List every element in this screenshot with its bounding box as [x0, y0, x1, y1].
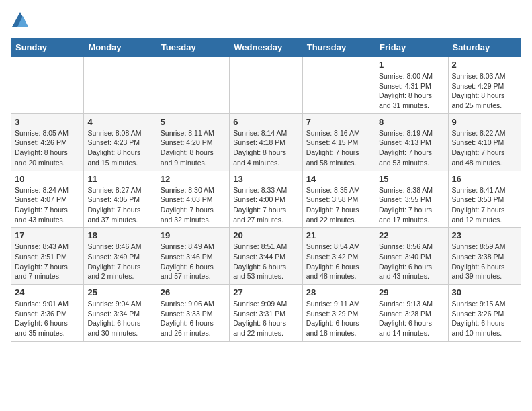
day-number: 27: [233, 287, 298, 298]
day-info: Sunrise: 8:54 AM Sunset: 3:42 PM Dayligh…: [306, 242, 371, 281]
day-info: Sunrise: 8:14 AM Sunset: 4:18 PM Dayligh…: [233, 128, 298, 168]
day-info: Sunrise: 8:49 AM Sunset: 3:46 PM Dayligh…: [161, 242, 226, 281]
day-number: 1: [379, 60, 444, 70]
day-number: 2: [452, 60, 517, 70]
calendar-cell: [84, 57, 157, 114]
day-info: Sunrise: 9:13 AM Sunset: 3:28 PM Dayligh…: [379, 299, 444, 338]
day-number: 22: [379, 230, 444, 240]
weekday-header-thursday: Thursday: [302, 38, 375, 57]
calendar-cell: 16Sunrise: 8:41 AM Sunset: 3:53 PM Dayli…: [448, 171, 521, 228]
day-number: 7: [306, 117, 371, 127]
day-info: Sunrise: 8:33 AM Sunset: 4:00 PM Dayligh…: [233, 185, 298, 225]
weekday-header-tuesday: Tuesday: [157, 38, 229, 57]
calendar-cell: 22Sunrise: 8:56 AM Sunset: 3:40 PM Dayli…: [375, 228, 448, 285]
calendar-row: 1Sunrise: 8:00 AM Sunset: 4:31 PM Daylig…: [11, 57, 521, 114]
day-number: 8: [379, 117, 444, 127]
day-number: 15: [379, 174, 444, 184]
day-info: Sunrise: 8:11 AM Sunset: 4:20 PM Dayligh…: [161, 128, 226, 168]
day-info: Sunrise: 9:01 AM Sunset: 3:36 PM Dayligh…: [15, 299, 80, 338]
day-number: 29: [379, 287, 444, 298]
calendar-cell: 7Sunrise: 8:16 AM Sunset: 4:15 PM Daylig…: [302, 113, 375, 171]
calendar-cell: 2Sunrise: 8:03 AM Sunset: 4:29 PM Daylig…: [448, 57, 521, 114]
calendar-cell: 26Sunrise: 9:06 AM Sunset: 3:33 PM Dayli…: [157, 285, 229, 342]
day-number: 17: [15, 230, 80, 240]
day-number: 23: [452, 230, 517, 240]
calendar-cell: 24Sunrise: 9:01 AM Sunset: 3:36 PM Dayli…: [11, 285, 84, 342]
day-info: Sunrise: 8:51 AM Sunset: 3:44 PM Dayligh…: [233, 242, 298, 281]
day-number: 25: [87, 287, 152, 298]
calendar-cell: [302, 57, 375, 114]
calendar-cell: 15Sunrise: 8:38 AM Sunset: 3:55 PM Dayli…: [375, 171, 448, 228]
day-info: Sunrise: 8:43 AM Sunset: 3:51 PM Dayligh…: [15, 242, 80, 281]
day-info: Sunrise: 8:05 AM Sunset: 4:26 PM Dayligh…: [15, 128, 80, 168]
calendar-row: 17Sunrise: 8:43 AM Sunset: 3:51 PM Dayli…: [11, 228, 521, 285]
calendar-cell: 30Sunrise: 9:15 AM Sunset: 3:26 PM Dayli…: [448, 285, 521, 342]
day-info: Sunrise: 8:00 AM Sunset: 4:31 PM Dayligh…: [379, 71, 444, 111]
calendar-cell: 18Sunrise: 8:46 AM Sunset: 3:49 PM Dayli…: [84, 228, 157, 285]
calendar-cell: 3Sunrise: 8:05 AM Sunset: 4:26 PM Daylig…: [11, 113, 84, 171]
calendar-cell: 4Sunrise: 8:08 AM Sunset: 4:23 PM Daylig…: [84, 113, 157, 171]
calendar-cell: 6Sunrise: 8:14 AM Sunset: 4:18 PM Daylig…: [230, 113, 302, 171]
calendar-cell: 27Sunrise: 9:09 AM Sunset: 3:31 PM Dayli…: [230, 285, 302, 342]
calendar-cell: 8Sunrise: 8:19 AM Sunset: 4:13 PM Daylig…: [375, 113, 448, 171]
day-info: Sunrise: 8:27 AM Sunset: 4:05 PM Dayligh…: [87, 185, 152, 225]
day-info: Sunrise: 9:09 AM Sunset: 3:31 PM Dayligh…: [233, 299, 298, 338]
day-info: Sunrise: 8:24 AM Sunset: 4:07 PM Dayligh…: [15, 185, 80, 225]
page-container: SundayMondayTuesdayWednesdayThursdayFrid…: [11, 11, 521, 342]
day-info: Sunrise: 8:56 AM Sunset: 3:40 PM Dayligh…: [379, 242, 444, 281]
calendar-cell: 28Sunrise: 9:11 AM Sunset: 3:29 PM Dayli…: [302, 285, 375, 342]
weekday-header-friday: Friday: [375, 38, 448, 57]
day-info: Sunrise: 8:59 AM Sunset: 3:38 PM Dayligh…: [452, 242, 517, 281]
day-info: Sunrise: 8:38 AM Sunset: 3:55 PM Dayligh…: [379, 185, 444, 225]
calendar-header: SundayMondayTuesdayWednesdayThursdayFrid…: [11, 38, 521, 57]
day-number: 12: [161, 174, 226, 184]
calendar-cell: [230, 57, 302, 114]
weekday-header-sunday: Sunday: [11, 38, 84, 57]
day-number: 30: [452, 287, 517, 298]
weekday-header-saturday: Saturday: [448, 38, 521, 57]
day-number: 26: [161, 287, 226, 298]
day-info: Sunrise: 8:19 AM Sunset: 4:13 PM Dayligh…: [379, 128, 444, 168]
day-number: 3: [15, 117, 80, 127]
day-number: 13: [233, 174, 298, 184]
calendar-cell: 5Sunrise: 8:11 AM Sunset: 4:20 PM Daylig…: [157, 113, 229, 171]
calendar-cell: [157, 57, 229, 114]
calendar-cell: 21Sunrise: 8:54 AM Sunset: 3:42 PM Dayli…: [302, 228, 375, 285]
day-number: 21: [306, 230, 371, 240]
calendar-cell: 1Sunrise: 8:00 AM Sunset: 4:31 PM Daylig…: [375, 57, 448, 114]
day-info: Sunrise: 8:16 AM Sunset: 4:15 PM Dayligh…: [306, 128, 371, 168]
calendar-cell: 9Sunrise: 8:22 AM Sunset: 4:10 PM Daylig…: [448, 113, 521, 171]
calendar-row: 3Sunrise: 8:05 AM Sunset: 4:26 PM Daylig…: [11, 113, 521, 171]
calendar-cell: 12Sunrise: 8:30 AM Sunset: 4:03 PM Dayli…: [157, 171, 229, 228]
weekday-header-wednesday: Wednesday: [230, 38, 302, 57]
logo: [11, 11, 32, 30]
day-number: 4: [87, 117, 152, 127]
day-number: 16: [452, 174, 517, 184]
day-number: 18: [87, 230, 152, 240]
day-number: 6: [233, 117, 298, 127]
calendar-cell: 17Sunrise: 8:43 AM Sunset: 3:51 PM Dayli…: [11, 228, 84, 285]
day-info: Sunrise: 8:08 AM Sunset: 4:23 PM Dayligh…: [87, 128, 152, 168]
calendar-cell: 10Sunrise: 8:24 AM Sunset: 4:07 PM Dayli…: [11, 171, 84, 228]
day-number: 5: [161, 117, 226, 127]
day-info: Sunrise: 9:15 AM Sunset: 3:26 PM Dayligh…: [452, 299, 517, 338]
calendar-cell: 19Sunrise: 8:49 AM Sunset: 3:46 PM Dayli…: [157, 228, 229, 285]
day-number: 10: [15, 174, 80, 184]
calendar-cell: [11, 57, 84, 114]
calendar-cell: 23Sunrise: 8:59 AM Sunset: 3:38 PM Dayli…: [448, 228, 521, 285]
calendar-cell: 14Sunrise: 8:35 AM Sunset: 3:58 PM Dayli…: [302, 171, 375, 228]
day-number: 20: [233, 230, 298, 240]
calendar-cell: 11Sunrise: 8:27 AM Sunset: 4:05 PM Dayli…: [84, 171, 157, 228]
calendar-cell: 13Sunrise: 8:33 AM Sunset: 4:00 PM Dayli…: [230, 171, 302, 228]
calendar-body: 1Sunrise: 8:00 AM Sunset: 4:31 PM Daylig…: [11, 57, 521, 342]
day-info: Sunrise: 8:35 AM Sunset: 3:58 PM Dayligh…: [306, 185, 371, 225]
day-number: 14: [306, 174, 371, 184]
calendar-table: SundayMondayTuesdayWednesdayThursdayFrid…: [11, 38, 521, 342]
day-info: Sunrise: 8:46 AM Sunset: 3:49 PM Dayligh…: [87, 242, 152, 281]
calendar-cell: 25Sunrise: 9:04 AM Sunset: 3:34 PM Dayli…: [84, 285, 157, 342]
calendar-row: 24Sunrise: 9:01 AM Sunset: 3:36 PM Dayli…: [11, 285, 521, 342]
header-section: [11, 11, 521, 30]
day-number: 28: [306, 287, 371, 298]
day-info: Sunrise: 8:22 AM Sunset: 4:10 PM Dayligh…: [452, 128, 517, 168]
day-info: Sunrise: 9:06 AM Sunset: 3:33 PM Dayligh…: [161, 299, 226, 338]
